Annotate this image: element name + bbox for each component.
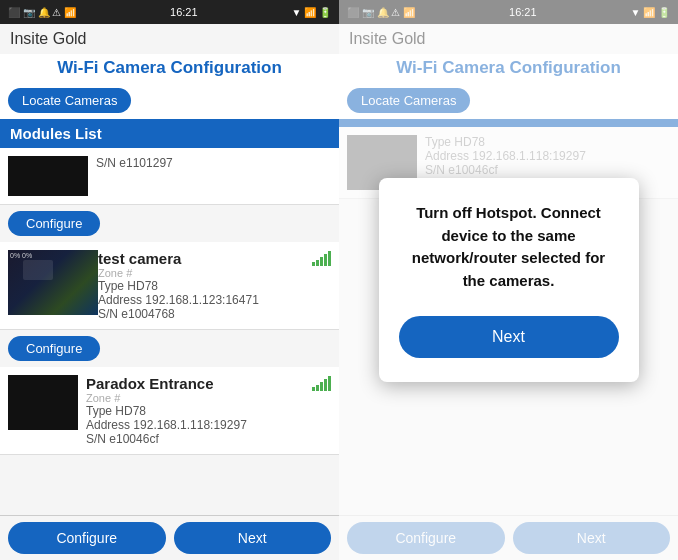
camera-serial: S/N e1101297 — [96, 156, 331, 170]
left-modules-header: Modules List — [0, 119, 339, 148]
camera-thumb-paradox — [8, 375, 78, 430]
configure-button-2[interactable]: Configure — [8, 336, 100, 361]
camera-info: S/N e1101297 — [96, 156, 331, 170]
camera-serial: S/N e1004768 — [98, 307, 312, 321]
left-bottom-bar: Configure Next — [0, 515, 339, 560]
camera-type: Type HD78 — [98, 279, 312, 293]
camera-info-3: Paradox Entrance Zone # Type HD78 Addres… — [86, 375, 312, 446]
hotspot-dialog: Turn off Hotspot. Connect device to the … — [379, 178, 639, 382]
camera-thumbnail-2: 0% 0% — [8, 250, 98, 315]
right-panel: ⬛ 📷 🔔 ⚠ 📶 16:21 ▼ 📶 🔋 Insite Gold Wi-Fi … — [339, 0, 678, 560]
camera-address: Address 192.168.1.123:16471 — [98, 293, 312, 307]
camera-zone: Zone # — [98, 267, 312, 279]
left-camera-list: S/N e1101297 Configure 0% 0% test camera… — [0, 148, 339, 515]
bottom-configure-button[interactable]: Configure — [8, 522, 166, 554]
dialog-message: Turn off Hotspot. Connect device to the … — [399, 202, 619, 292]
configure-button-1[interactable]: Configure — [8, 211, 100, 236]
camera-address-paradox: Address 192.168.1.118:19297 — [86, 418, 312, 432]
camera-type-paradox: Type HD78 — [86, 404, 312, 418]
camera-zone-paradox: Zone # — [86, 392, 312, 404]
left-panel: ⬛ 📷 🔔 ⚠ 📶 16:21 ▼ 📶 🔋 Insite Gold Wi-Fi … — [0, 0, 339, 560]
camera-thumb-blacked — [8, 156, 88, 196]
list-item: S/N e1101297 — [0, 148, 339, 205]
left-status-icons: ⬛ 📷 🔔 ⚠ 📶 — [8, 7, 76, 18]
camera-serial-paradox: S/N e10046cf — [86, 432, 312, 446]
thumb-stats: 0% 0% — [10, 252, 32, 259]
left-app-title: Insite Gold — [0, 24, 339, 54]
left-locate-button[interactable]: Locate Cameras — [8, 88, 131, 113]
signal-bars-2 — [312, 250, 331, 266]
camera-name-paradox: Paradox Entrance — [86, 375, 312, 392]
camera-info-2: test camera Zone # Type HD78 Address 192… — [98, 250, 312, 321]
left-wifi-title: Wi-Fi Camera Configuration — [0, 54, 339, 82]
list-item: Paradox Entrance Zone # Type HD78 Addres… — [0, 367, 339, 455]
signal-bars-3 — [312, 375, 331, 391]
camera-name: test camera — [98, 250, 312, 267]
left-right-icons: ▼ 📶 🔋 — [292, 7, 331, 18]
left-status-bar: ⬛ 📷 🔔 ⚠ 📶 16:21 ▼ 📶 🔋 — [0, 0, 339, 24]
dialog-next-button[interactable]: Next — [399, 316, 619, 358]
left-time: 16:21 — [170, 6, 198, 18]
bottom-next-button[interactable]: Next — [174, 522, 332, 554]
list-item: 0% 0% test camera Zone # Type HD78 Addre… — [0, 242, 339, 330]
